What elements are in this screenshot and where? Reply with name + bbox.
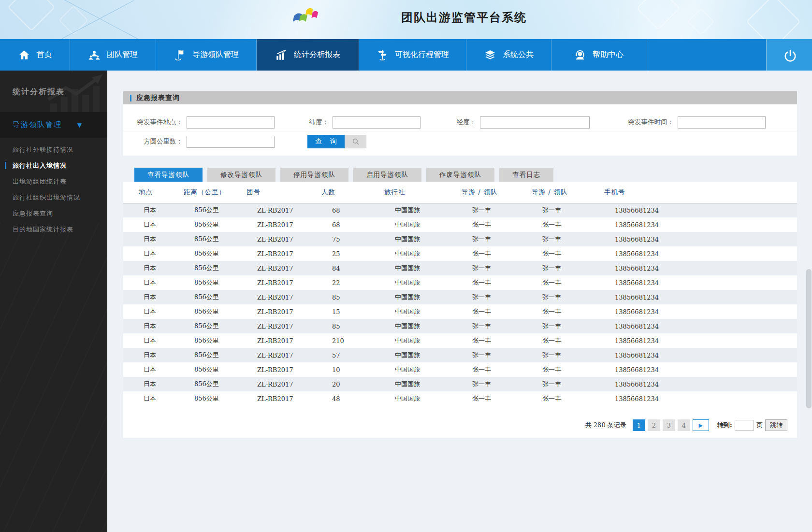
page-button[interactable]: 2 <box>648 419 660 431</box>
nav-item[interactable]: 统计分析报表 <box>257 39 359 71</box>
table-cell: 日本 <box>123 261 174 275</box>
table-cell: 中国国旅 <box>375 217 452 232</box>
table-cell: 张一丰 <box>452 391 522 406</box>
table-cell: 中国国旅 <box>375 275 452 290</box>
page-button[interactable]: 4 <box>678 419 690 431</box>
table-cell: 张一丰 <box>452 377 522 391</box>
play-icon: ▶ <box>699 422 703 428</box>
table-cell: 张一丰 <box>522 348 594 362</box>
table-cell: 张一丰 <box>522 217 594 232</box>
table-cell: 20 <box>312 377 375 391</box>
form-field: 经度： <box>414 116 590 129</box>
page-button[interactable]: 3 <box>663 419 675 431</box>
table-cell: 日本 <box>123 290 174 304</box>
sidebar-title: 统计分析报表 <box>13 87 65 97</box>
table-cell: 张一丰 <box>522 232 594 246</box>
table-cell: 57 <box>312 348 375 362</box>
table-cell: 张一丰 <box>522 333 594 348</box>
nav-item-label: 系统公共 <box>503 50 534 60</box>
table-cell: 13856681234 <box>594 304 797 319</box>
search-icon-button[interactable] <box>345 135 366 148</box>
table-cell: 856公里 <box>174 319 237 333</box>
sidebar-item[interactable]: 旅行社组织出境游情况 <box>0 189 107 205</box>
table-cell: 84 <box>312 261 375 275</box>
table-cell: ZL-RB2017 <box>237 290 312 304</box>
header-decoration <box>746 0 800 39</box>
sidebar-item-label: 应急报表查询 <box>13 210 53 217</box>
table-row: 日本856公里ZL-RB201725中国国旅张一丰张一丰13856681234 <box>123 246 797 261</box>
field-input[interactable] <box>187 116 275 129</box>
sidebar-group-toggle[interactable]: 导游领队管理 ▼ <box>0 112 107 138</box>
field-input[interactable] <box>187 136 275 148</box>
sidebar: 统计分析报表 导游领队管理 ▼ 旅行社外联接待情况旅行社出入境情况出境游组团统计… <box>0 71 107 532</box>
table-cell: ZL-RB2017 <box>237 261 312 275</box>
table-cell: ZL-RB2017 <box>237 377 312 391</box>
table-cell: 13856681234 <box>594 290 797 304</box>
table-cell: 中国国旅 <box>375 290 452 304</box>
table-cell: ZL-RB2017 <box>237 246 312 261</box>
table-cell: 日本 <box>123 275 174 290</box>
results-panel: 地点距离（公里）团号人数旅行社导游 / 领队导游 / 领队手机号 日本856公里… <box>123 182 797 438</box>
table-row: 日本856公里ZL-RB201710中国国旅张一丰张一丰13856681234 <box>123 362 797 377</box>
table-cell: 张一丰 <box>452 275 522 290</box>
nav-item[interactable]: 可视化行程管理 <box>359 39 466 71</box>
column-header: 导游 / 领队 <box>522 182 594 203</box>
table-row: 日本856公里ZL-RB201715中国国旅张一丰张一丰13856681234 <box>123 304 797 319</box>
table-cell: 日本 <box>123 246 174 261</box>
table-cell: 日本 <box>123 377 174 391</box>
table-cell: ZL-RB2017 <box>237 319 312 333</box>
table-cell: 中国国旅 <box>375 203 452 217</box>
table-cell: 13856681234 <box>594 391 797 406</box>
nav-item-label: 首页 <box>37 50 52 60</box>
column-header: 地点 <box>123 182 174 203</box>
field-label: 突发事件地点： <box>123 118 183 127</box>
tab[interactable]: 启用导游领队 <box>353 168 421 182</box>
table-cell: 张一丰 <box>522 246 594 261</box>
query-button[interactable]: 查 询 <box>307 135 345 148</box>
nav-spacer <box>646 39 766 71</box>
sidebar-item[interactable]: 旅行社外联接待情况 <box>0 142 107 158</box>
field-label: 经度： <box>414 118 476 127</box>
field-input[interactable] <box>480 116 590 129</box>
flag-icon <box>174 49 186 61</box>
nav-item[interactable]: 帮助中心 <box>551 39 646 71</box>
tab[interactable]: 修改导游领队 <box>207 168 276 182</box>
table-row: 日本856公里ZL-RB201757中国国旅张一丰张一丰13856681234 <box>123 348 797 362</box>
home-icon <box>18 49 30 61</box>
nav-item[interactable]: 导游领队管理 <box>156 39 257 71</box>
sidebar-item[interactable]: 出境游组团统计表 <box>0 173 107 189</box>
form-field: 突发事件时间： <box>597 116 766 129</box>
page-button[interactable]: 1 <box>633 419 645 431</box>
nav-item[interactable]: 系统公共 <box>466 39 551 71</box>
table-cell: 中国国旅 <box>375 261 452 275</box>
table-cell: 68 <box>312 217 375 232</box>
field-input[interactable] <box>333 116 420 129</box>
scrollbar-thumb[interactable] <box>806 269 812 408</box>
nav-item[interactable]: 团队管理 <box>70 39 156 71</box>
sidebar-group-label: 导游领队管理 <box>13 120 62 129</box>
tab[interactable]: 停用导游领队 <box>280 168 348 182</box>
next-page-button[interactable]: ▶ <box>693 419 709 431</box>
table-cell: 张一丰 <box>452 261 522 275</box>
logout-button[interactable] <box>766 39 812 71</box>
tab[interactable]: 查看日志 <box>499 168 553 182</box>
table-row: 日本856公里ZL-RB201768中国国旅张一丰张一丰13856681234 <box>123 203 797 217</box>
table-cell: 13856681234 <box>594 333 797 348</box>
sidebar-item[interactable]: 旅行社出入境情况 <box>0 158 107 173</box>
sidebar-item[interactable]: 应急报表查询 <box>0 205 107 221</box>
tab[interactable]: 作废导游领队 <box>426 168 494 182</box>
pagination: 共 280 条记录 1234 ▶ 转到: 页 跳转 <box>585 419 787 431</box>
table-cell: ZL-RB2017 <box>237 232 312 246</box>
table-cell: 48 <box>312 391 375 406</box>
form-field: 突发事件地点： <box>123 116 275 129</box>
page-unit-label: 页 <box>756 421 763 430</box>
sidebar-item-label: 目的地国家统计报表 <box>13 226 73 233</box>
field-input[interactable] <box>678 116 766 129</box>
nav-item[interactable]: 首页 <box>0 39 70 71</box>
jump-button[interactable]: 跳转 <box>765 419 787 431</box>
sidebar-item[interactable]: 目的地国家统计报表 <box>0 221 107 237</box>
goto-page-input[interactable] <box>735 420 754 431</box>
tab[interactable]: 查看导游领队 <box>134 168 203 182</box>
app-title: 团队出游监管平台系统 <box>401 10 527 25</box>
panel-titlebar: 应急报表查询 <box>123 91 797 104</box>
